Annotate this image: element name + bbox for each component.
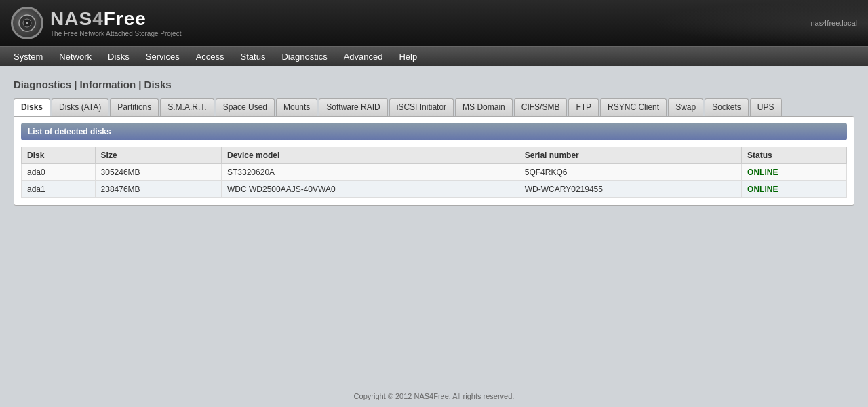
cell-model: ST3320620A xyxy=(222,164,519,181)
nav-status[interactable]: Status xyxy=(233,49,274,64)
tab-space-used[interactable]: Space Used xyxy=(216,98,275,116)
tab-ups[interactable]: UPS xyxy=(750,98,782,116)
col-device-model: Device model xyxy=(222,147,519,164)
main-content: Diagnostics | Information | Disks Disks … xyxy=(0,66,868,218)
logo-text: NAS4Free The Free Network Attached Stora… xyxy=(50,9,181,37)
nav-advanced[interactable]: Advanced xyxy=(336,49,391,64)
tab-partitions[interactable]: Partitions xyxy=(110,98,159,116)
panel: List of detected disks Disk Size Device … xyxy=(14,116,854,206)
tab-rsync[interactable]: RSYNC Client xyxy=(600,98,667,116)
tab-cifs-smb[interactable]: CIFS/SMB xyxy=(514,98,568,116)
nav-disks[interactable]: Disks xyxy=(100,49,138,64)
tab-disks-ata[interactable]: Disks (ATA) xyxy=(52,98,108,116)
disks-table: Disk Size Device model Serial number Sta… xyxy=(21,147,847,198)
footer: Copyright © 2012 NAS4Free. All rights re… xyxy=(0,385,868,407)
tab-sockets[interactable]: Sockets xyxy=(705,98,749,116)
nav-help[interactable]: Help xyxy=(391,49,425,64)
logo-area: NAS4Free The Free Network Attached Stora… xyxy=(11,7,181,39)
tab-ftp[interactable]: FTP xyxy=(568,98,599,116)
navbar: System Network Disks Services Access Sta… xyxy=(0,46,868,66)
breadcrumb: Diagnostics | Information | Disks xyxy=(14,79,854,90)
tab-software-raid[interactable]: Software RAID xyxy=(319,98,387,116)
col-status: Status xyxy=(742,147,847,164)
cell-size: 238476MB xyxy=(95,181,221,198)
hostname: nas4free.local xyxy=(811,19,858,27)
cell-disk: ada1 xyxy=(22,181,96,198)
cell-disk: ada0 xyxy=(22,164,96,181)
nav-services[interactable]: Services xyxy=(138,49,188,64)
cell-model: WDC WD2500AAJS-40VWA0 xyxy=(222,181,519,198)
cell-status: ONLINE xyxy=(742,181,847,198)
header: NAS4Free The Free Network Attached Stora… xyxy=(0,0,868,46)
footer-text: Copyright © 2012 NAS4Free. All rights re… xyxy=(354,392,515,400)
cell-serial: WD-WCARY0219455 xyxy=(519,181,741,198)
nav-diagnostics[interactable]: Diagnostics xyxy=(273,49,335,64)
nav-access[interactable]: Access xyxy=(188,49,233,64)
tab-iscsi[interactable]: iSCSI Initiator xyxy=(389,98,454,116)
col-disk: Disk xyxy=(22,147,96,164)
col-size: Size xyxy=(95,147,221,164)
svg-point-2 xyxy=(26,22,28,24)
col-serial: Serial number xyxy=(519,147,741,164)
nav-network[interactable]: Network xyxy=(51,49,100,64)
cell-status: ONLINE xyxy=(742,164,847,181)
panel-title: List of detected disks xyxy=(21,123,847,140)
logo-tagline: The Free Network Attached Storage Projec… xyxy=(50,30,181,37)
tab-mounts[interactable]: Mounts xyxy=(276,98,317,116)
table-row: ada0 305246MB ST3320620A 5QF4RKQ6 ONLINE xyxy=(22,164,847,181)
tab-ms-domain[interactable]: MS Domain xyxy=(455,98,513,116)
cell-size: 305246MB xyxy=(95,164,221,181)
tabs-container: Disks Disks (ATA) Partitions S.M.A.R.T. … xyxy=(14,98,854,116)
cell-serial: 5QF4RKQ6 xyxy=(519,164,741,181)
tab-disks[interactable]: Disks xyxy=(14,98,50,116)
table-row: ada1 238476MB WDC WD2500AAJS-40VWA0 WD-W… xyxy=(22,181,847,198)
nav-system[interactable]: System xyxy=(5,49,51,64)
tab-swap[interactable]: Swap xyxy=(668,98,703,116)
tab-smart[interactable]: S.M.A.R.T. xyxy=(160,98,214,116)
logo-icon xyxy=(11,7,43,39)
logo-name: NAS4Free xyxy=(50,9,181,28)
